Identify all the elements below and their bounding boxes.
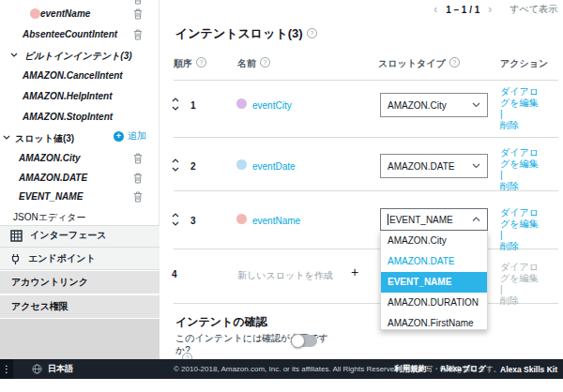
reorder-control[interactable] xyxy=(172,213,179,226)
pagination: ‹ 1 – 1 / 1 › すべて表示 xyxy=(434,3,557,16)
help-icon[interactable]: ? xyxy=(260,57,270,68)
row-actions: ダイアログを編集 | 削除 xyxy=(500,207,547,252)
column-header-slot-type: スロットタイプ? xyxy=(378,57,460,70)
chevron-down-icon[interactable] xyxy=(3,135,10,140)
sidebar-item-eventname[interactable]: eventName xyxy=(40,8,90,19)
show-all-link[interactable]: すべて表示 xyxy=(510,3,557,16)
trash-icon[interactable] xyxy=(133,191,143,203)
footer-link-terms[interactable]: 利用規約 xyxy=(394,364,426,375)
dropdown-option[interactable]: AMAZON.DURATION xyxy=(381,293,487,313)
chevron-down-icon xyxy=(172,221,179,226)
reorder-control[interactable] xyxy=(172,158,179,172)
edit-dialog-link[interactable]: ダイアログを編集 xyxy=(500,207,547,230)
slot-type-dropdown-list: AMAZON.City AMAZON.DATE EVENT_NAME AMAZO… xyxy=(380,231,488,330)
slot-color-dot xyxy=(30,8,40,19)
edit-dialog-link[interactable]: ダイアログを編集 xyxy=(500,86,547,109)
sidebar-item-interfaces[interactable]: インターフェース xyxy=(10,229,106,242)
sidebar-group-slot-values[interactable]: スロット値(3) xyxy=(15,132,74,145)
globe-icon xyxy=(32,364,42,374)
delete-link: 削除 xyxy=(500,295,547,307)
sidebar-item-amazon-cancelintent[interactable]: AMAZON.CancelIntent xyxy=(23,70,123,81)
sidebar-item-amazon-stopintent[interactable]: AMAZON.StopIntent xyxy=(23,112,113,122)
edit-dialog-link: ダイアログを編集 xyxy=(500,262,547,284)
footer-link-alexa-skills-kit[interactable]: Alexa Skills Kit xyxy=(500,365,557,374)
dropdown-option[interactable]: AMAZON.DATE xyxy=(381,251,487,272)
chevron-up-icon xyxy=(472,217,480,222)
plus-circle-icon: + xyxy=(114,131,124,142)
add-slot-button[interactable]: + xyxy=(351,264,358,279)
confirmation-toggle[interactable] xyxy=(292,335,317,347)
slot-name-link[interactable]: eventDate xyxy=(252,161,296,172)
sidebar-item-endpoint[interactable]: エンドポイント xyxy=(10,252,96,265)
column-header-order: 順序? xyxy=(174,57,206,70)
sidebar-footer-fill xyxy=(0,319,160,359)
trash-icon[interactable] xyxy=(133,8,143,20)
slot-name-link[interactable]: eventName xyxy=(252,216,300,226)
delete-link[interactable]: 削除 xyxy=(500,120,547,131)
footer: ⋮ 日本語 © 2010-2018, Amazon.com, Inc. or i… xyxy=(0,359,563,379)
help-icon[interactable]: ? xyxy=(196,57,206,68)
footer-links: 利用規約 Alexaブログ Alexa Skills Kit xyxy=(394,359,557,379)
slot-color-dot xyxy=(236,159,247,170)
toggle-knob xyxy=(291,334,305,348)
new-slot-input[interactable]: 新しいスロットを作成 xyxy=(237,269,333,282)
sidebar-item-json-editor[interactable]: JSONエディター xyxy=(13,211,86,224)
row-order: 4 xyxy=(172,269,177,279)
chevron-down-icon xyxy=(172,106,179,111)
delete-link[interactable]: 削除 xyxy=(500,181,547,192)
footer-link-alexa-blog[interactable]: Alexaブログ xyxy=(440,364,486,375)
reorder-control[interactable] xyxy=(172,98,179,111)
chevron-down-icon xyxy=(472,102,480,108)
slot-type-combobox-open[interactable]: EVENT_NAME xyxy=(380,208,488,231)
language-selector[interactable]: 日本語 xyxy=(32,359,73,379)
row-actions: ダイアログを編集 | 削除 xyxy=(500,147,547,192)
confirmation-question: このインテントには確認が必要ですか? xyxy=(175,332,342,356)
slot-type-select[interactable]: AMAZON.City xyxy=(380,93,488,117)
chevron-down-icon xyxy=(172,167,179,172)
column-header-name: 名前? xyxy=(237,57,270,70)
help-icon[interactable]: ? xyxy=(307,28,317,38)
trash-icon[interactable] xyxy=(133,153,143,164)
sidebar: eventName AbsenteeCountIntent ビルトインインテント… xyxy=(0,0,160,359)
add-slot-type-button[interactable]: + 追加 xyxy=(114,129,146,143)
chevron-down-icon[interactable] xyxy=(10,53,18,57)
chevron-down-icon xyxy=(472,163,480,169)
edit-dialog-link[interactable]: ダイアログを編集 xyxy=(500,147,547,170)
row-order: 3 xyxy=(190,216,196,226)
page-range: 1 – 1 / 1 xyxy=(446,5,479,15)
dropdown-option[interactable]: AMAZON.City xyxy=(381,231,487,251)
prev-page-arrow[interactable]: ‹ xyxy=(434,5,437,14)
slot-color-dot xyxy=(236,214,247,224)
trash-icon[interactable] xyxy=(133,29,143,40)
row-order: 2 xyxy=(190,161,196,172)
kebab-menu-icon[interactable]: ⋮ xyxy=(0,359,13,379)
sidebar-item-event-name[interactable]: EVENT_NAME xyxy=(19,191,83,202)
delete-link[interactable]: 削除 xyxy=(500,241,547,252)
sidebar-item-amazon-city[interactable]: AMAZON.City xyxy=(19,153,81,163)
text-caret xyxy=(388,214,388,225)
next-page-arrow[interactable]: › xyxy=(488,5,492,14)
sidebar-item-amazon-helpintent[interactable]: AMAZON.HelpIntent xyxy=(23,91,113,101)
dropdown-option[interactable]: AMAZON.FirstName xyxy=(381,313,487,330)
help-icon[interactable]: ? xyxy=(449,57,460,68)
section-title-intent-confirmation: インテントの確認 xyxy=(175,314,267,330)
plug-icon xyxy=(10,253,21,265)
divider xyxy=(174,80,558,81)
row-actions-disabled: ダイアログを編集 | 削除 xyxy=(500,262,547,307)
sidebar-item-absenteecountintent[interactable]: AbsenteeCountIntent xyxy=(23,29,117,39)
slot-name-link[interactable]: eventCity xyxy=(252,100,292,111)
slot-type-select[interactable]: AMAZON.DATE xyxy=(380,154,488,178)
sidebar-item-permissions[interactable]: アクセス権限 xyxy=(0,295,160,319)
sidebar-item-account-linking[interactable]: アカウントリンク xyxy=(0,271,160,294)
interface-grid-icon xyxy=(10,230,23,242)
slot-color-dot xyxy=(236,98,247,109)
row-order: 1 xyxy=(190,100,196,111)
sidebar-group-builtin-intents[interactable]: ビルトインインテント(3) xyxy=(24,50,132,63)
trash-icon[interactable] xyxy=(133,0,143,5)
page-title: インテントスロット(3)? xyxy=(175,25,317,42)
sidebar-item-amazon-date[interactable]: AMAZON.DATE xyxy=(19,173,87,183)
trash-icon[interactable] xyxy=(133,173,143,184)
divider xyxy=(0,247,160,248)
divider xyxy=(174,137,558,138)
dropdown-option-selected[interactable]: EVENT_NAME xyxy=(381,272,487,293)
